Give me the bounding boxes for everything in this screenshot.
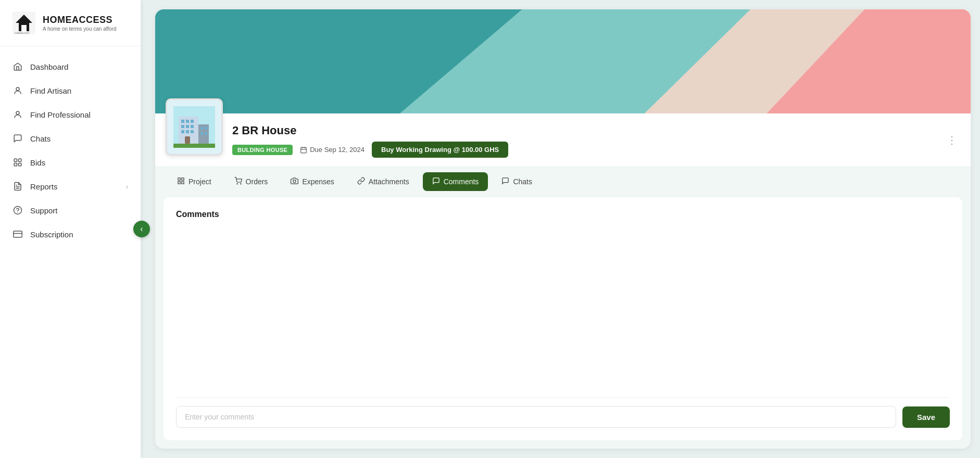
sidebar-item-chats[interactable]: Chats — [0, 126, 141, 150]
sidebar-item-find-professional[interactable]: Find Professional — [0, 103, 141, 126]
reports-icon — [12, 181, 23, 192]
sidebar-item-subscription[interactable]: Subscription — [0, 222, 141, 246]
svg-rect-21 — [191, 120, 194, 123]
sidebar-toggle-button[interactable]: ‹ — [133, 221, 150, 237]
sidebar-item-dashboard[interactable]: Dashboard — [0, 55, 141, 79]
tab-label: Comments — [444, 177, 479, 186]
svg-rect-7 — [19, 159, 21, 161]
main-content: 2 BR House BULDING HOUSE Due Sep 12, 202… — [141, 0, 980, 458]
grid-icon — [177, 177, 185, 186]
tab-comments[interactable]: Comments — [423, 172, 488, 191]
due-date-label: Due Sep 12, 2024 — [310, 146, 365, 154]
more-options-button[interactable]: ⋮ — [943, 132, 961, 148]
project-title: 2 BR House — [232, 124, 956, 137]
project-meta: BULDING HOUSE Due Sep 12, 2024 Buy Worki… — [232, 142, 956, 158]
sidebar-item-bids[interactable]: Bids — [0, 150, 141, 174]
svg-point-5 — [16, 111, 19, 115]
sidebar-item-label: Reports — [30, 182, 58, 191]
comments-section: Comments Save — [164, 197, 962, 440]
building-illustration — [173, 106, 215, 148]
sidebar-item-label: Dashboard — [30, 62, 68, 71]
tabs-bar: Project Orders — [155, 166, 971, 197]
svg-rect-39 — [182, 178, 184, 180]
svg-point-42 — [237, 184, 237, 184]
project-banner — [155, 9, 971, 113]
camera-icon — [291, 177, 298, 186]
tab-orders[interactable]: Orders — [225, 172, 278, 191]
svg-rect-9 — [19, 163, 21, 166]
person-icon — [12, 85, 23, 96]
sidebar-item-label: Subscription — [30, 230, 73, 239]
svg-point-4 — [16, 87, 19, 91]
svg-rect-29 — [200, 132, 203, 135]
calendar-icon — [300, 146, 307, 154]
app-name: HOMEACCESS — [43, 15, 117, 26]
tab-label: Project — [189, 177, 211, 186]
svg-rect-34 — [301, 147, 307, 153]
svg-text:HOMEACCESS: HOMEACCESS — [15, 32, 30, 34]
content-card: 2 BR House BULDING HOUSE Due Sep 12, 202… — [155, 9, 971, 449]
comment-input[interactable] — [176, 406, 896, 428]
save-comment-button[interactable]: Save — [902, 406, 950, 428]
chat-outline-icon — [501, 177, 509, 186]
home-icon — [12, 61, 23, 72]
bids-icon — [12, 157, 23, 168]
sidebar-item-reports[interactable]: Reports › — [0, 174, 141, 198]
comment-icon — [432, 177, 440, 186]
svg-point-44 — [293, 180, 296, 183]
chevron-right-icon: › — [126, 183, 128, 190]
project-info: 2 BR House BULDING HOUSE Due Sep 12, 202… — [232, 122, 956, 158]
sidebar-item-label: Support — [30, 206, 58, 215]
sidebar-item-label: Find Professional — [30, 110, 91, 119]
svg-rect-27 — [191, 130, 194, 133]
sidebar: HOMEACCESS HOMEACCESS A home on terms yo… — [0, 0, 141, 458]
svg-rect-20 — [186, 120, 189, 123]
svg-rect-26 — [186, 130, 189, 133]
svg-rect-14 — [14, 231, 22, 237]
comments-section-title: Comments — [176, 210, 950, 219]
svg-rect-33 — [185, 136, 190, 144]
link-icon — [357, 177, 365, 186]
svg-point-43 — [240, 184, 241, 184]
tab-label: Expenses — [302, 177, 334, 186]
logo-icon: HOMEACCESS — [10, 9, 37, 36]
svg-rect-22 — [181, 125, 184, 128]
tab-project[interactable]: Project — [168, 172, 221, 191]
tab-expenses[interactable]: Expenses — [281, 172, 343, 191]
tab-attachments[interactable]: Attachments — [348, 172, 419, 191]
due-date: Due Sep 12, 2024 — [300, 146, 365, 154]
svg-rect-2 — [21, 25, 27, 31]
sidebar-item-find-artisan[interactable]: Find Artisan — [0, 79, 141, 103]
comments-body — [176, 227, 950, 389]
project-thumbnail — [166, 98, 223, 156]
cart-icon — [234, 177, 242, 186]
sidebar-item-support[interactable]: Support — [0, 198, 141, 222]
sidebar-item-label: Bids — [30, 158, 45, 167]
svg-rect-6 — [14, 159, 17, 161]
brand-logo-svg: HOMEACCESS — [12, 11, 35, 34]
sidebar-item-label: Chats — [30, 134, 51, 143]
svg-rect-25 — [181, 130, 184, 133]
svg-rect-28 — [200, 127, 203, 130]
sidebar-item-label: Find Artisan — [30, 86, 71, 95]
support-icon — [12, 205, 23, 215]
buy-working-drawing-button[interactable]: Buy Working Drawing @ 100.00 GHS — [372, 142, 508, 158]
tab-label: Orders — [246, 177, 268, 186]
svg-rect-23 — [186, 125, 189, 128]
svg-rect-40 — [178, 182, 180, 184]
logo-text: HOMEACCESS A home on terms you can affor… — [43, 15, 117, 32]
chat-icon — [12, 133, 23, 144]
svg-rect-24 — [191, 125, 194, 128]
svg-rect-30 — [205, 127, 207, 130]
tab-chats[interactable]: Chats — [492, 172, 542, 191]
project-header: 2 BR House BULDING HOUSE Due Sep 12, 202… — [155, 113, 971, 166]
person-outline-icon — [12, 109, 23, 120]
svg-rect-8 — [14, 163, 17, 166]
project-type-badge: BULDING HOUSE — [232, 145, 293, 155]
logo-area: HOMEACCESS HOMEACCESS A home on terms yo… — [0, 0, 141, 46]
tab-label: Attachments — [369, 177, 409, 186]
nav-list: Dashboard Find Artisan Find Professional — [0, 46, 141, 458]
subscription-icon — [12, 229, 23, 239]
svg-rect-38 — [178, 178, 180, 180]
svg-rect-32 — [173, 144, 215, 148]
